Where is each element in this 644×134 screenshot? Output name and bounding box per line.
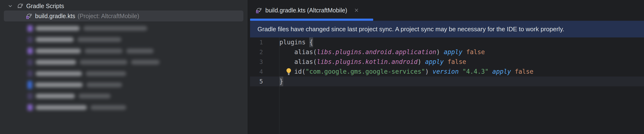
close-icon[interactable] — [354, 8, 359, 13]
code-text: plugins { — [280, 38, 313, 47]
token-default — [489, 68, 492, 75]
code-text: } — [280, 76, 283, 86]
redacted-text-bar — [36, 49, 81, 54]
redacted-tree-row[interactable] — [28, 104, 130, 112]
file-icon — [28, 104, 33, 111]
redacted-text-bar — [131, 60, 160, 64]
redacted-text-bar — [36, 60, 76, 64]
token-function: apply — [425, 58, 444, 65]
redacted-text-bar — [36, 105, 87, 110]
redacted-tree-row[interactable] — [28, 36, 125, 44]
redacted-text-bar — [126, 49, 154, 54]
token-default: ) — [425, 68, 432, 75]
token-string: "com.google.gms.google-services" — [306, 68, 425, 75]
redacted-text-bar — [36, 37, 74, 42]
code-text: alias(libs.plugins.kotlin.android) apply… — [280, 57, 466, 67]
line-number: 5 — [250, 78, 263, 85]
file-icon — [28, 93, 33, 100]
token-default: plugins — [280, 39, 309, 46]
redacted-text-bar — [86, 71, 126, 76]
token-function: version — [432, 68, 459, 75]
redacted-text-bar — [77, 37, 122, 42]
gradle-sync-banner: Gradle files have changed since last pro… — [250, 21, 644, 38]
file-icon — [28, 25, 33, 32]
redacted-text-bar — [86, 82, 122, 87]
redacted-text-bar — [36, 71, 82, 76]
redacted-tree-row[interactable] — [28, 92, 114, 100]
redacted-text-bar — [35, 82, 83, 87]
intention-lightbulb-icon[interactable] — [286, 68, 292, 75]
code-line-3[interactable]: 3 alias(libs.plugins.kotlin.android) app… — [250, 57, 644, 67]
redacted-text-bar — [83, 26, 147, 31]
line-number: 3 — [250, 58, 263, 65]
file-icon — [28, 81, 32, 89]
active-tab-indicator — [250, 18, 373, 21]
redacted-text-bar — [36, 26, 80, 31]
token-default — [458, 68, 462, 75]
redacted-text-bar — [78, 94, 111, 98]
gutter — [263, 38, 280, 47]
redacted-text-bar — [84, 49, 123, 54]
file-icon — [28, 36, 33, 43]
matched-brace: } — [280, 76, 283, 86]
gutter — [263, 57, 280, 67]
token-function: apply — [492, 68, 511, 75]
editor-area: build.gradle.kts (AltcraftMobile) Gradle… — [248, 0, 644, 134]
file-icon — [28, 59, 33, 66]
token-keyword: false — [448, 58, 466, 65]
token-function: apply — [444, 48, 462, 56]
token-property: libs.plugins.android.application — [317, 48, 436, 56]
project-tree-panel: Gradle Scripts build.gradle.kts (Project… — [0, 0, 248, 134]
code-line-4[interactable]: 4 id("com.google.gms.google-services") v… — [250, 67, 644, 76]
redacted-tree-row[interactable] — [28, 81, 126, 89]
token-default: alias( — [280, 48, 317, 56]
gutter — [263, 76, 280, 86]
gradle-kts-file-icon — [255, 7, 262, 14]
banner-message: Gradle files have changed since last pro… — [258, 26, 564, 33]
line-number: 2 — [250, 49, 263, 56]
line-number: 1 — [250, 39, 263, 46]
token-default: ) — [436, 48, 444, 56]
code-line-2[interactable]: 2 alias(libs.plugins.android.application… — [250, 47, 644, 57]
redacted-tree-row[interactable] — [28, 24, 151, 32]
token-keyword: false — [466, 48, 485, 56]
ide-window: Gradle Scripts build.gradle.kts (Project… — [0, 0, 644, 134]
token-string: "4.4.3" — [462, 68, 489, 75]
editor-tab-bar: build.gradle.kts (AltcraftMobile) — [250, 0, 644, 21]
gutter — [263, 67, 280, 76]
code-line-1[interactable]: 1plugins { — [250, 38, 644, 47]
redacted-text-bar — [90, 105, 126, 110]
redacted-text-bar — [80, 60, 128, 64]
token-keyword: false — [515, 68, 533, 75]
token-default: alias( — [280, 58, 317, 65]
token-default: ) — [418, 58, 425, 65]
code-text: id("com.google.gms.google-services") ver… — [280, 67, 533, 76]
token-default — [511, 68, 515, 75]
tab-title: build.gradle.kts (AltcraftMobile) — [265, 7, 347, 14]
redacted-tree-items — [0, 0, 248, 134]
redacted-tree-row[interactable] — [28, 58, 163, 66]
editor-tab-build-gradle-kts[interactable]: build.gradle.kts (AltcraftMobile) — [250, 1, 365, 20]
token-default: id( — [280, 68, 306, 75]
token-default — [444, 58, 448, 65]
code-text: alias(libs.plugins.android.application) … — [280, 47, 485, 57]
token-default — [462, 48, 466, 56]
matched-brace: { — [309, 38, 313, 47]
file-icon — [28, 48, 33, 54]
gutter — [263, 47, 280, 57]
redacted-tree-row[interactable] — [28, 70, 130, 78]
file-icon — [28, 70, 33, 77]
redacted-tree-row[interactable] — [28, 47, 157, 55]
code-editor[interactable]: 1plugins {2 alias(libs.plugins.android.a… — [250, 38, 644, 86]
redacted-text-bar — [36, 94, 75, 98]
token-property: libs.plugins.kotlin.android — [317, 58, 418, 65]
code-line-5[interactable]: 5} — [250, 76, 644, 86]
line-number: 4 — [250, 68, 263, 75]
